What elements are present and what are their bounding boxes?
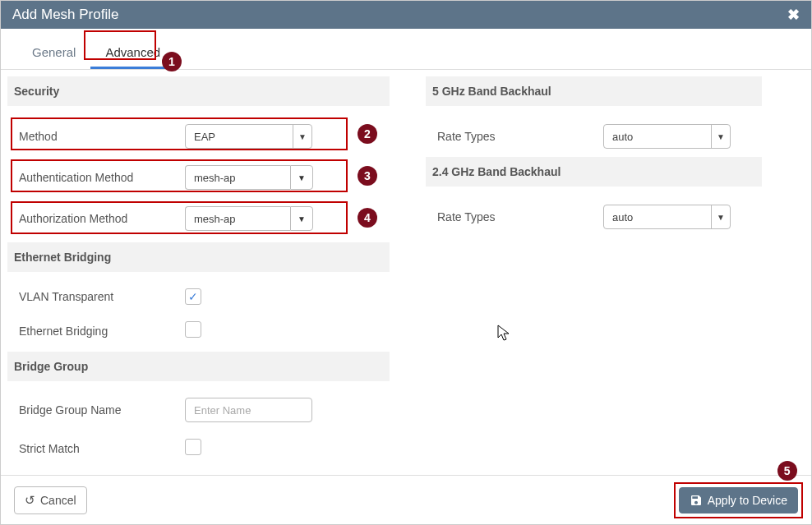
vlan-transparent-label: VLAN Transparent — [12, 290, 185, 303]
auth-method-input[interactable] — [185, 165, 290, 190]
auth-method-label: Authentication Method — [12, 171, 185, 184]
rate-types-24ghz-row: Rate Types auto ▼ — [431, 196, 762, 237]
chevron-down-icon[interactable]: ▼ — [290, 165, 313, 190]
rate-types-5ghz-label: Rate Types — [431, 130, 603, 143]
rate-types-5ghz-value: auto — [612, 131, 633, 143]
annotation-callout-3: 3 — [358, 166, 377, 186]
bridge-group-name-input[interactable] — [185, 398, 312, 422]
modal-footer: ↺ Cancel Apply to Device 5 — [1, 475, 811, 524]
left-column: Security Method EAP ▼ 2 Authentication M… — [1, 70, 406, 474]
method-value: EAP — [194, 131, 215, 143]
strict-match-checkbox[interactable] — [185, 439, 201, 455]
strict-match-row: Strict Match — [12, 431, 390, 466]
apply-label: Apply to Device — [708, 494, 787, 507]
strict-match-label: Strict Match — [12, 442, 185, 455]
modal: Add Mesh Profile ✖ General Advanced 1 Se… — [0, 0, 812, 525]
apply-to-device-button[interactable]: Apply to Device — [679, 487, 798, 513]
bridge-group-name-row: Bridge Group Name — [12, 389, 390, 431]
save-icon — [690, 494, 703, 507]
annotation-callout-2: 2 — [358, 124, 377, 144]
chevron-down-icon: ▼ — [711, 205, 725, 228]
modal-title: Add Mesh Profile — [12, 7, 118, 23]
vlan-transparent-row: VLAN Transparent ✓ — [12, 280, 390, 313]
chevron-down-icon: ▼ — [293, 125, 307, 148]
cancel-button[interactable]: ↺ Cancel — [14, 486, 87, 514]
cancel-label: Cancel — [40, 494, 76, 507]
ethernet-bridging-row: Ethernet Bridging — [12, 313, 390, 348]
ethernet-bridging-label: Ethernet Bridging — [12, 325, 185, 338]
backhaul-5ghz-header: 5 GHz Band Backhaul — [426, 76, 762, 106]
authz-method-label: Authorization Method — [12, 212, 185, 225]
rate-types-5ghz-row: Rate Types auto ▼ — [431, 116, 762, 157]
rate-types-24ghz-value: auto — [612, 211, 633, 223]
backhaul-24ghz-header: 2.4 GHz Band Backhaul — [426, 157, 762, 187]
auth-method-row: Authentication Method ▼ 3 — [12, 157, 390, 198]
chevron-down-icon[interactable]: ▼ — [290, 206, 313, 231]
authz-method-row: Authorization Method ▼ 4 — [12, 198, 390, 239]
method-row: Method EAP ▼ 2 — [12, 116, 390, 157]
vlan-transparent-checkbox[interactable]: ✓ — [185, 288, 201, 305]
modal-header: Add Mesh Profile ✖ — [1, 1, 811, 29]
rate-types-24ghz-label: Rate Types — [431, 210, 603, 223]
rate-types-5ghz-select[interactable]: auto ▼ — [603, 124, 731, 149]
ethernet-bridging-checkbox[interactable] — [185, 321, 201, 338]
undo-icon: ↺ — [25, 493, 35, 508]
content-area: Security Method EAP ▼ 2 Authentication M… — [1, 70, 811, 474]
chevron-down-icon: ▼ — [711, 125, 725, 148]
close-icon[interactable]: ✖ — [787, 6, 800, 24]
method-select[interactable]: EAP ▼ — [185, 124, 312, 149]
method-label: Method — [12, 130, 185, 143]
right-column: 5 GHz Band Backhaul Rate Types auto ▼ 2.… — [406, 70, 811, 474]
tab-bar: General Advanced 1 — [1, 29, 811, 70]
bridge-group-name-label: Bridge Group Name — [12, 403, 185, 417]
auth-method-combo[interactable]: ▼ — [185, 165, 313, 190]
annotation-callout-4: 4 — [358, 208, 377, 228]
security-header: Security — [7, 76, 390, 106]
tab-advanced[interactable]: Advanced — [90, 37, 175, 69]
ethernet-bridging-header: Ethernet Bridging — [7, 242, 390, 272]
authz-method-input[interactable] — [185, 206, 290, 231]
rate-types-24ghz-select[interactable]: auto ▼ — [603, 205, 731, 229]
bridge-group-header: Bridge Group — [7, 352, 390, 381]
tab-general[interactable]: General — [17, 37, 90, 69]
authz-method-combo[interactable]: ▼ — [185, 206, 313, 231]
